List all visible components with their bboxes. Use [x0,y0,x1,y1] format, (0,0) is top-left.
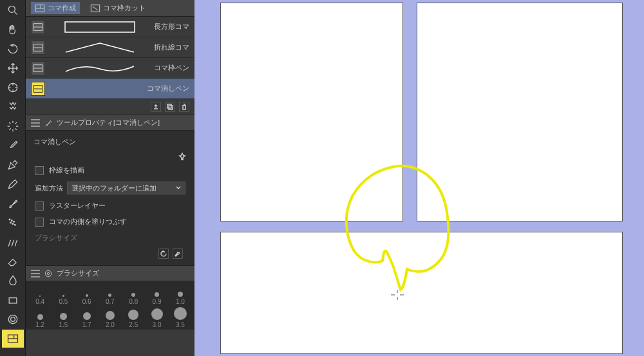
export-button[interactable] [151,102,161,112]
brush-size-cell[interactable]: 1.7 [75,305,99,328]
menu-icon[interactable] [31,270,40,277]
draw-border-row[interactable]: 枠線を描画 [32,162,188,178]
subtool-frame-pen[interactable]: コマ枠ペン [26,58,194,79]
side-panel: コマ作成 コマ枠カット 長方形コマ 折れ線コマ コマ枠ペン コマ消しペン [26,0,194,356]
frame-grid-icon [35,4,45,13]
rectangle-preview [50,21,149,33]
svg-point-5 [10,222,11,223]
frame-icon [31,61,45,75]
reset-button[interactable] [158,248,169,259]
svg-point-7 [12,223,14,225]
pin-icon[interactable] [178,153,186,160]
brush-size-header: ブラシサイズ [26,265,194,281]
target-icon [44,269,53,278]
chevron-down-icon [176,185,181,191]
subtool-header: コマ作成 コマ枠カット [26,0,194,17]
main-toolbar [0,0,26,356]
tool-property-header: ツールプロパティ[コマ消しペン] [26,115,194,131]
subtool-label: 長方形コマ [154,22,189,32]
select-label: 追加方法 [35,183,63,193]
subtool-list: 長方形コマ 折れ線コマ コマ枠ペン コマ消しペン [26,17,194,99]
delete-button[interactable] [179,102,189,112]
brush-size-cell[interactable]: 0.4 [28,282,52,305]
blend-tool[interactable] [2,272,24,290]
tool-property-body: コマ消しペン 枠線を描画 追加方法 選択中のフォルダーに追加 ラスターレイヤー … [26,131,194,265]
subtool-tab-create[interactable]: コマ作成 [31,2,80,14]
checkbox-label: 枠線を描画 [49,165,84,175]
brush-size-grid: 0.4 0.5 0.6 0.7 0.8 0.9 1.0 1.2 1.5 1.7 … [26,281,194,330]
brush-size-cell[interactable]: 1.2 [28,305,52,328]
svg-rect-22 [65,22,135,32]
brush-size-cell[interactable]: 2.5 [122,305,145,328]
svg-point-8 [14,225,15,226]
svg-rect-9 [9,298,17,303]
pin-row [32,151,188,162]
brush-size-cell[interactable]: 1.0 [169,282,192,305]
subtool-frame-eraser[interactable]: コマ消しペン [26,79,194,99]
tab-label: コマ枠カット [103,3,146,13]
svg-line-1 [14,12,17,15]
canvas-area[interactable] [194,0,644,356]
subtool-rectangle-frame[interactable]: 長方形コマ [26,17,194,37]
svg-point-6 [13,221,14,223]
brush-size-cell[interactable]: 0.5 [52,282,75,305]
brush-size-row-trunc: ブラシサイズ [32,230,188,246]
menu-icon[interactable] [31,119,40,127]
svg-point-10 [8,315,17,323]
svg-point-11 [10,317,15,322]
subtool-tab-cut[interactable]: コマ枠カット [86,2,149,14]
checkbox[interactable] [35,201,44,211]
frame-icon [31,82,45,96]
rotate-tool[interactable] [2,40,24,58]
eyedropper-tool[interactable] [2,136,24,155]
subtool-label: 折れ線コマ [154,42,189,52]
subtool-polyline-frame[interactable]: 折れ線コマ [26,37,194,58]
cursor-crosshair-icon [391,290,404,300]
frame-tool[interactable] [2,330,24,348]
checkbox[interactable] [35,166,44,175]
eraser-tool[interactable] [2,252,24,270]
brush-size-cell[interactable]: 0.9 [145,282,168,305]
brush-size-cell[interactable]: 2.0 [99,305,122,328]
brush-size-cell[interactable]: 0.7 [99,282,122,305]
pencil-tool[interactable] [2,175,24,193]
frame-icon [31,41,45,55]
subtool-label: コマ枠ペン [154,63,189,73]
svg-line-19 [93,6,98,10]
property-footer [32,246,188,261]
truncated-label: ブラシサイズ [35,233,77,243]
brush-size-cell[interactable]: 0.6 [75,282,99,305]
move-tool[interactable] [2,59,24,77]
svg-point-0 [8,6,15,12]
hand-tool[interactable] [2,21,24,39]
wand-tool[interactable] [2,117,24,135]
blank-preview [50,82,142,95]
svg-point-4 [11,220,12,221]
raster-layer-row[interactable]: ラスターレイヤー [32,198,188,214]
gradient-tool[interactable] [2,310,24,328]
transform-tool[interactable] [2,79,24,97]
lasso-tool[interactable] [2,98,24,116]
brush-size-cell[interactable]: 3.0 [145,305,168,328]
brush-size-cell[interactable]: 3.5 [169,305,192,328]
user-drawn-stroke [336,161,465,303]
wrench-button[interactable] [173,248,183,259]
pen-tool[interactable] [2,156,24,174]
fill-inside-row[interactable]: コマの内側を塗りつぶす [32,214,188,230]
tab-label: コマ作成 [48,3,76,13]
subtool-label: コマ消しペン [147,84,189,93]
brush-size-cell[interactable]: 1.5 [52,305,75,328]
property-header-text: ツールプロパティ[コマ消しペン] [57,118,160,127]
add-method-dropdown[interactable]: 選択中のフォルダーに追加 [67,182,185,194]
airbrush-tool[interactable] [2,214,24,232]
magnify-tool[interactable] [2,1,24,19]
svg-point-31 [45,270,51,276]
duplicate-button[interactable] [165,102,175,112]
property-title: コマ消しペン [32,135,188,151]
brush-size-cell[interactable]: 0.8 [122,282,145,305]
polyline-preview [50,41,149,54]
fill-tool[interactable] [2,291,24,309]
brush-tool[interactable] [2,194,24,212]
checkbox[interactable] [35,218,44,227]
decoration-tool[interactable] [2,233,24,251]
